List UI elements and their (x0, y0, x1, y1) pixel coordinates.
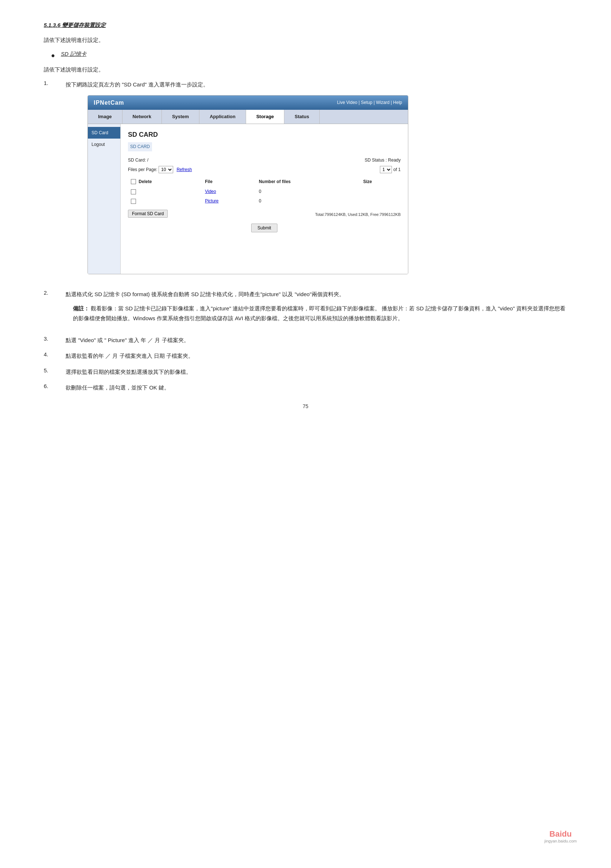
sd-status-label: SD Status : Ready (365, 157, 401, 164)
files-per-page-select[interactable]: 10 (159, 166, 173, 173)
cam-nav: Image Network System Application Storage… (88, 110, 408, 124)
section-title: 5.1.3.6 變更儲存裝置設定 (44, 22, 567, 29)
note-content1: 觀看影像：當 SD 記憶卡已記錄下影像檔案，進入"picture" 連結中並選擇… (91, 305, 380, 312)
picture-link[interactable]: Picture (205, 198, 218, 203)
cam-nav-system[interactable]: System (162, 110, 200, 124)
cam-sidebar-logout[interactable]: Logout (88, 139, 120, 150)
step-1: 1. 按下網路設定頁左方的 "SD Card" 進入選單作進一步設定。 IPNe… (44, 80, 567, 283)
delete-label: Delete (139, 179, 152, 184)
cam-body: SD Card Logout SD CARD SD CARD SD Card: … (88, 124, 408, 274)
numbered-list: 1. 按下網路設定頁左方的 "SD Card" 進入選單作進一步設定。 IPNe… (44, 80, 567, 392)
watermark: Baidu jingyan.baidu.com (539, 826, 582, 846)
cam-nav-status[interactable]: Status (285, 110, 320, 124)
cam-sidebar-sdcard[interactable]: SD Card (88, 127, 120, 139)
step-num-2: 2. (44, 290, 66, 296)
cam-header-links: Live Video | Setup | Wizard | Help (337, 99, 402, 106)
cam-nav-image[interactable]: Image (88, 110, 122, 124)
step-content-1: 按下網路設定頁左方的 "SD Card" 進入選單作進一步設定。 IPNetCa… (66, 80, 567, 283)
sd-card-label: SD Card: / (128, 157, 148, 164)
num-files-col-header: Number of files (256, 177, 360, 187)
page-select[interactable]: 1 (380, 166, 392, 173)
intro-para-2: 請依下述說明進行設定。 (44, 65, 567, 74)
step-3: 3. 點選 "Video" 或 " Picture" 進入 年 ／ 月 子檔案夾… (44, 336, 567, 345)
step-num-5: 5. (44, 367, 66, 374)
picture-checkbox[interactable] (131, 199, 136, 204)
step-num-6: 6. (44, 383, 66, 389)
intro-para-1: 請依下述說明進行設定。 (44, 36, 567, 45)
cam-table: Delete File Number of files Size (128, 177, 401, 206)
cam-page-row: Files per Page: 10 Refresh 1 of 1 (128, 166, 401, 173)
page-number: 75 (44, 403, 567, 409)
step-4: 4. 點選欲監看的年 ／ 月 子檔案夾進入 日期 子檔案夾。 (44, 351, 567, 361)
step-content-5: 選擇欲監看日期的檔案夾並點選播放其下的影像檔。 (66, 367, 567, 377)
cam-header: IPNetCam Live Video | Setup | Wizard | H… (88, 96, 408, 110)
video-link[interactable]: Video (205, 189, 216, 194)
note-block: 備註： 觀看影像：當 SD 記憶卡已記錄下影像檔案，進入"picture" 連結… (73, 304, 567, 323)
page-of-label: of 1 (393, 166, 401, 173)
step-content-6: 欲刪除任一檔案，請勾選，並按下 OK 鍵。 (66, 383, 567, 392)
note-label: 備註： (73, 305, 89, 312)
cam-nav-application[interactable]: Application (200, 110, 246, 124)
watermark-inner: Baidu jingyan.baidu.com (539, 826, 582, 846)
cam-title: IPNetCam (94, 98, 124, 108)
bullet-dot: ● (51, 51, 55, 60)
watermark-logo: Baidu (544, 829, 577, 839)
cam-footer-info: Total:7996124KB, Used:12KB, Free:7996112… (315, 211, 401, 218)
cam-sidebar: SD Card Logout (88, 124, 121, 274)
file-col-header: File (202, 177, 256, 187)
picture-count: 0 (256, 196, 360, 206)
watermark-sub: jingyan.baidu.com (544, 839, 577, 843)
step-6: 6. 欲刪除任一檔案，請勾選，並按下 OK 鍵。 (44, 383, 567, 392)
table-row-video: Video 0 (128, 187, 401, 196)
table-row-picture: Picture 0 (128, 196, 401, 206)
cam-nav-storage[interactable]: Storage (246, 110, 285, 124)
video-checkbox[interactable] (131, 189, 136, 194)
step-2: 2. 點選格式化 SD 記憶卡 (SD format) 後系統會自動將 SD 記… (44, 290, 567, 329)
bullet-item: ● SD 記憶卡 (51, 51, 567, 60)
cam-main: SD CARD SD CARD SD Card: / SD Status : R… (121, 124, 408, 274)
step-num-4: 4. (44, 351, 66, 357)
cam-sub-title: SD CARD (128, 142, 152, 151)
files-per-page-label: Files per Page: (128, 167, 158, 172)
format-footer-row: Format SD Card Total:7996124KB, Used:12K… (128, 210, 401, 218)
step-content-3: 點選 "Video" 或 " Picture" 進入 年 ／ 月 子檔案夾。 (66, 336, 567, 345)
cam-main-title: SD CARD (128, 129, 401, 140)
video-count: 0 (256, 187, 360, 196)
cam-info-row-1: SD Card: / SD Status : Ready (128, 157, 401, 164)
bullet-text: SD 記憶卡 (61, 51, 87, 57)
refresh-link[interactable]: Refresh (176, 167, 192, 172)
step-content-4: 點選欲監看的年 ／ 月 子檔案夾進入 日期 子檔案夾。 (66, 351, 567, 361)
step-content-2: 點選格式化 SD 記憶卡 (SD format) 後系統會自動將 SD 記憶卡格… (66, 290, 567, 329)
cam-checkbox-header[interactable] (131, 179, 136, 184)
cam-nav-network[interactable]: Network (122, 110, 162, 124)
step-num-1: 1. (44, 80, 66, 86)
camera-ui: IPNetCam Live Video | Setup | Wizard | H… (88, 95, 408, 274)
format-sd-btn[interactable]: Format SD Card (128, 210, 168, 218)
step-5: 5. 選擇欲監看日期的檔案夾並點選播放其下的影像檔。 (44, 367, 567, 377)
submit-btn[interactable]: Submit (251, 223, 277, 232)
size-col-header: Size (360, 177, 401, 187)
step-num-3: 3. (44, 336, 66, 342)
